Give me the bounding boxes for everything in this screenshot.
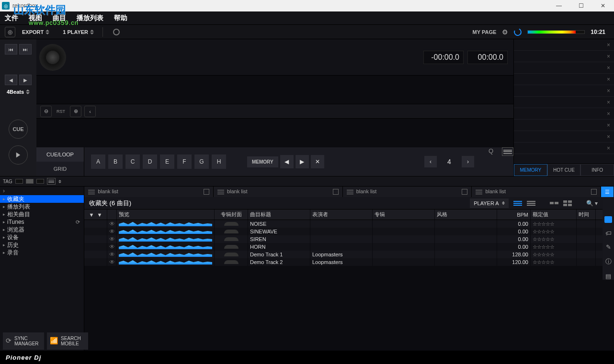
list-view-icon[interactable] [47, 178, 56, 185]
window-maximize-button[interactable]: ☐ [570, 0, 592, 11]
cue-slot[interactable]: × [514, 62, 614, 74]
overview-waveform[interactable] [36, 76, 513, 104]
tab-cueloop[interactable]: CUE/LOOP [36, 147, 84, 162]
rekordbox-icon[interactable]: ◎ [5, 27, 15, 37]
tag-swatch[interactable] [26, 179, 34, 184]
col-time[interactable]: 时间 [577, 210, 596, 220]
tab-hotcue[interactable]: HOT CUE [547, 164, 581, 176]
cell-rating[interactable]: ☆☆☆☆☆ [531, 220, 577, 228]
rewind-button[interactable]: ◀ [5, 75, 17, 85]
tree-item-browser[interactable]: ▸浏览器 [0, 226, 84, 233]
col-cover[interactable]: 专辑封面 [215, 210, 248, 220]
sub-panel-icon[interactable]: ▤ [605, 273, 611, 280]
close-icon[interactable]: × [607, 110, 610, 117]
prev-track-button[interactable]: ⏮ [5, 44, 17, 55]
close-icon[interactable]: × [607, 133, 610, 140]
cue-slot[interactable]: × [514, 108, 614, 120]
table-row[interactable]: 👁︎Demo Track 2Loopmasters120.00☆☆☆☆☆ [84, 258, 603, 266]
related-panel-icon[interactable] [604, 216, 612, 223]
forward-button[interactable]: ▶ [19, 75, 32, 85]
close-icon[interactable]: × [607, 42, 610, 48]
beat-selector[interactable]: 4Beats [7, 89, 30, 95]
col-status[interactable] [107, 210, 117, 220]
blank-list-panel[interactable]: blank list [472, 187, 601, 197]
cue-slot[interactable]: × [514, 143, 614, 154]
tree-item-playlists[interactable]: ▸播放列表 [0, 203, 84, 210]
close-icon[interactable]: × [607, 76, 610, 83]
quantize-label[interactable]: Q [489, 147, 493, 176]
cue-slot[interactable]: × [514, 85, 614, 97]
tab-memory[interactable]: MEMORY [514, 164, 547, 176]
blank-list-panel[interactable]: blank list [84, 187, 214, 197]
compact-view-icon[interactable] [527, 200, 535, 207]
cell-rating[interactable]: ☆☆☆☆☆ [531, 258, 577, 266]
menu-track[interactable]: 曲目 [53, 14, 66, 22]
beatjump-back-button[interactable]: ‹ [424, 156, 437, 167]
tree-item-related[interactable]: ▸相关曲目 [0, 210, 84, 218]
record-indicator[interactable] [113, 29, 120, 35]
table-row[interactable]: 👁︎SIREN0.00☆☆☆☆☆ [84, 235, 603, 243]
settings-icon[interactable]: ⚙ [502, 28, 508, 36]
zoom-in-icon[interactable]: ⊕ [70, 106, 81, 117]
mypage-link[interactable]: MY PAGE [473, 29, 497, 35]
table-row[interactable]: 👁︎HORN0.00☆☆☆☆☆ [84, 243, 603, 251]
col-artist[interactable]: 表演者 [310, 210, 373, 220]
tree-item-recording[interactable]: ▸录音 [0, 249, 84, 256]
tree-collapse-button[interactable]: › [0, 187, 84, 195]
search-mobile-button[interactable]: 📶 SEARCH MOBILE [47, 332, 88, 350]
cue-slot[interactable]: × [514, 74, 614, 85]
sync-manager-button[interactable]: ⟳ SYNC MANAGER [3, 332, 44, 350]
play-button[interactable] [9, 145, 28, 165]
cell-rating[interactable]: ☆☆☆☆☆ [531, 235, 577, 243]
back-icon[interactable]: ‹ [84, 106, 96, 117]
window-close-button[interactable]: ✕ [592, 0, 614, 11]
memory-next-button[interactable]: ▶ [296, 155, 309, 168]
hotcue-d[interactable]: D [143, 154, 157, 169]
cue-slot[interactable]: × [514, 39, 614, 51]
col-preview[interactable]: 预览 [117, 210, 215, 220]
col-bpm[interactable]: BPM [497, 210, 531, 220]
cue-slot[interactable]: × [514, 51, 614, 62]
cell-rating[interactable]: ☆☆☆☆☆ [531, 228, 577, 235]
list-view-icon[interactable] [513, 200, 522, 207]
table-row[interactable]: 👁︎Demo Track 1Loopmasters128.00☆☆☆☆☆ [84, 251, 603, 258]
tree-item-itunes[interactable]: ▸iTunes⟳ [0, 218, 84, 226]
blank-list-panel[interactable]: blank list [343, 187, 472, 197]
col-genre[interactable]: 风格 [435, 210, 497, 220]
memory-prev-button[interactable]: ◀ [280, 155, 294, 168]
blank-list-panel[interactable]: blank list [214, 187, 343, 197]
tag-swatch[interactable] [15, 179, 23, 184]
tree-item-collection[interactable]: ▸收藏夹 [0, 195, 84, 203]
hotcue-a[interactable]: A [91, 154, 105, 169]
close-icon[interactable]: × [607, 145, 610, 152]
hotcue-e[interactable]: E [160, 154, 174, 169]
panel-toggle-button[interactable]: ☰ [601, 187, 614, 197]
info-icon[interactable]: ⓘ [605, 257, 612, 266]
player-assign-selector[interactable]: PLAYER A [470, 199, 508, 208]
tag-panel-icon[interactable]: 🏷 [605, 230, 612, 237]
close-icon[interactable]: × [607, 65, 610, 71]
cue-slot[interactable]: × [514, 97, 614, 108]
close-icon[interactable]: × [607, 88, 610, 94]
beatjump-fwd-button[interactable]: › [462, 156, 474, 167]
window-minimize-button[interactable]: — [548, 0, 570, 11]
tag-swatch[interactable] [36, 179, 44, 184]
tab-grid[interactable]: GRID [36, 162, 84, 176]
hotcue-c[interactable]: C [125, 154, 140, 169]
quantize-icon[interactable] [513, 27, 523, 37]
hotcue-f[interactable]: F [177, 154, 192, 169]
hotcue-b[interactable]: B [108, 154, 123, 169]
search-button[interactable]: 🔍 ▾ [586, 200, 598, 207]
col-rating[interactable]: 额定值 [531, 210, 577, 220]
grid-view-icon[interactable] [550, 202, 558, 204]
edit-icon[interactable]: ✎ [606, 243, 611, 251]
col-filter[interactable]: ▼ ▼ [84, 210, 107, 220]
detail-waveform[interactable] [36, 119, 513, 147]
beatjump-value[interactable]: 4 [440, 158, 459, 165]
cell-rating[interactable]: ☆☆☆☆☆ [531, 251, 577, 258]
close-icon[interactable]: × [607, 53, 610, 60]
menu-view[interactable]: 视图 [29, 14, 42, 22]
tag-stepper[interactable] [58, 180, 61, 183]
menu-icon[interactable] [502, 147, 513, 156]
table-row[interactable]: 👁︎SINEWAVE0.00☆☆☆☆☆ [84, 228, 603, 235]
